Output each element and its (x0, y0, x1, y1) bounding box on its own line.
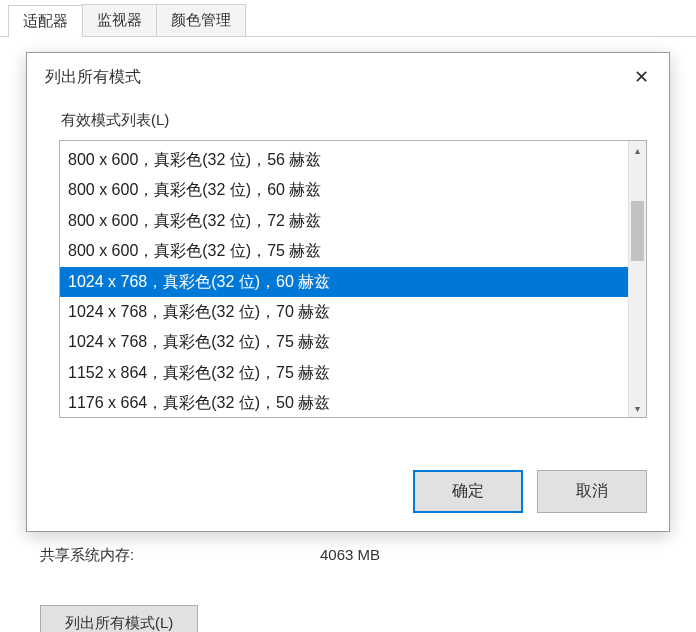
scrollbar[interactable]: ▴ ▾ (628, 141, 646, 417)
valid-modes-label: 有效模式列表(L) (59, 111, 647, 130)
list-item[interactable]: 1024 x 768，真彩色(32 位)，75 赫兹 (60, 327, 628, 357)
ok-button[interactable]: 确定 (413, 470, 523, 513)
list-item[interactable]: 1024 x 768，真彩色(32 位)，60 赫兹 (60, 267, 628, 297)
list-item[interactable]: 1152 x 864，真彩色(32 位)，75 赫兹 (60, 358, 628, 388)
close-icon: ✕ (634, 66, 649, 88)
list-item[interactable]: 1176 x 664，真彩色(32 位)，50 赫兹 (60, 388, 628, 417)
list-item[interactable]: 800 x 600，真彩色(32 位)，60 赫兹 (60, 175, 628, 205)
dialog-title: 列出所有模式 (45, 67, 141, 88)
list-all-modes-dialog: 列出所有模式 ✕ 有效模式列表(L) 800 x 600，真彩色(32 位)，5… (26, 52, 670, 532)
list-item[interactable]: 800 x 600，真彩色(32 位)，75 赫兹 (60, 236, 628, 266)
tab-color-management[interactable]: 颜色管理 (156, 4, 246, 36)
list-item[interactable]: 1024 x 768，真彩色(32 位)，70 赫兹 (60, 297, 628, 327)
dialog-titlebar: 列出所有模式 ✕ (27, 53, 669, 101)
list-item[interactable]: 800 x 600，真彩色(32 位)，72 赫兹 (60, 206, 628, 236)
list-item[interactable]: 800 x 600，真彩色(32 位)，56 赫兹 (60, 145, 628, 175)
cancel-button[interactable]: 取消 (537, 470, 647, 513)
modes-listbox[interactable]: 800 x 600，真彩色(32 位)，56 赫兹800 x 600，真彩色(3… (60, 141, 628, 417)
shared-system-memory-label: 共享系统内存: (40, 546, 320, 565)
scroll-down-arrow-icon[interactable]: ▾ (629, 399, 646, 417)
tab-monitor[interactable]: 监视器 (82, 4, 157, 36)
list-all-modes-button[interactable]: 列出所有模式(L) (40, 605, 198, 632)
modes-listbox-wrap: 800 x 600，真彩色(32 位)，56 赫兹800 x 600，真彩色(3… (59, 140, 647, 418)
close-button[interactable]: ✕ (627, 63, 655, 91)
shared-system-memory-value: 4063 MB (320, 546, 380, 565)
dialog-actions: 确定 取消 (27, 452, 669, 531)
scroll-thumb[interactable] (631, 201, 644, 261)
dialog-body: 有效模式列表(L) 800 x 600，真彩色(32 位)，56 赫兹800 x… (27, 101, 669, 452)
tab-adapter[interactable]: 适配器 (8, 5, 83, 37)
tab-strip: 适配器 监视器 颜色管理 (0, 0, 696, 37)
scroll-up-arrow-icon[interactable]: ▴ (629, 141, 646, 159)
shared-system-memory-row: 共享系统内存: 4063 MB (40, 546, 656, 565)
